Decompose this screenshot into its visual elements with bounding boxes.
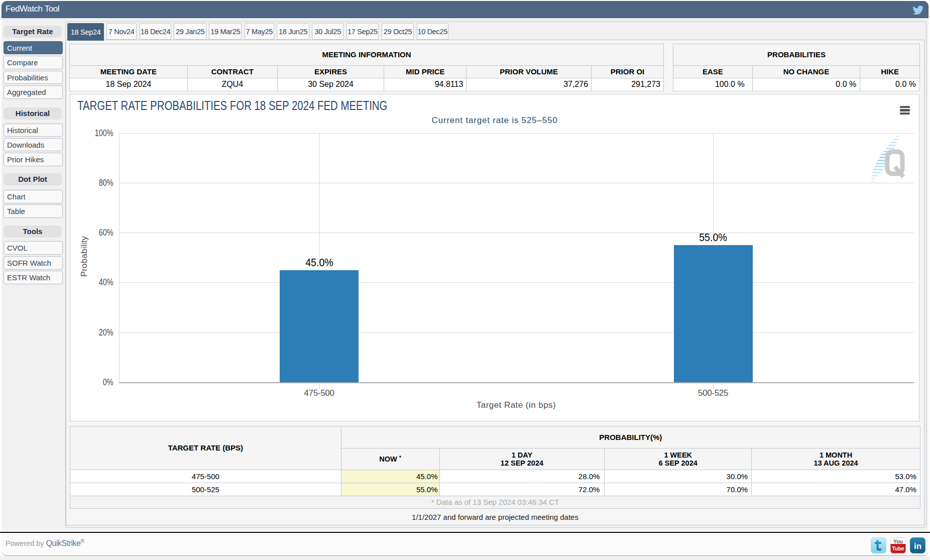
svg-text:in: in [914,541,921,551]
svg-text:Tube: Tube [892,545,904,551]
svg-text:You: You [893,538,903,544]
